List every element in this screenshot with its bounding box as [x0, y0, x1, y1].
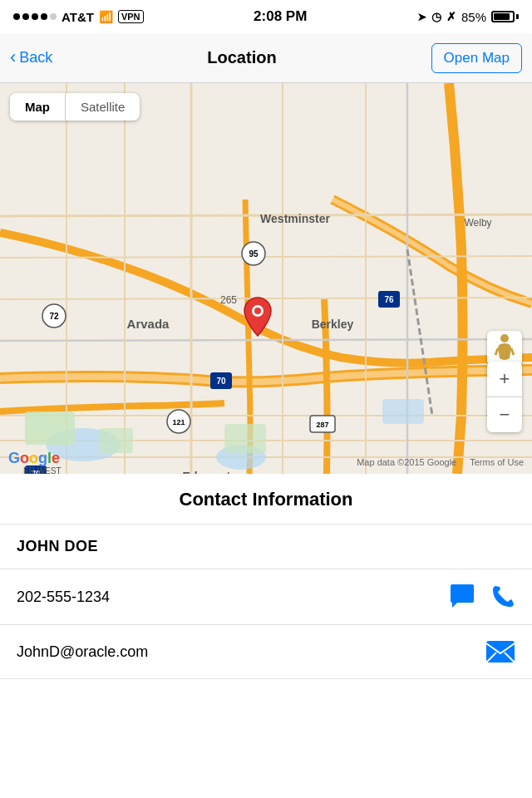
chevron-left-icon: ‹ — [10, 47, 16, 68]
svg-line-52 — [511, 348, 514, 355]
zoom-in-button[interactable]: + — [487, 362, 522, 397]
phone-actions — [449, 584, 515, 609]
zoom-out-button[interactable]: − — [487, 397, 522, 432]
back-button[interactable]: ‹ Back — [10, 47, 52, 68]
map-data-attribution: Map data ©2015 Google — [357, 457, 456, 467]
svg-rect-16 — [382, 399, 424, 424]
svg-text:Westminster: Westminster — [260, 212, 330, 225]
terms-of-use-link[interactable]: Terms of Use — [470, 457, 524, 467]
contact-phone-row: 202-555-1234 — [0, 569, 532, 625]
back-label: Back — [19, 49, 52, 66]
wifi-icon: 📶 — [99, 10, 113, 23]
contact-email-row: JohnD@oracle.com — [0, 625, 532, 679]
svg-text:72: 72 — [49, 312, 59, 321]
svg-text:121: 121 — [172, 418, 185, 426]
contact-section-title: Contact Information — [180, 489, 353, 510]
status-time: 2:08 PM — [254, 8, 307, 25]
google-logo: Google — [8, 450, 60, 467]
svg-text:Edgewater: Edgewater — [183, 470, 242, 474]
street-view-button[interactable] — [487, 331, 522, 366]
svg-text:287: 287 — [316, 421, 328, 429]
bluetooth-icon: ✗ — [446, 10, 456, 23]
status-right: ➤ ◷ ✗ 85% — [417, 10, 519, 24]
svg-text:265: 265 — [220, 294, 237, 306]
alarm-icon: ◷ — [431, 10, 441, 23]
contact-header: Contact Information — [0, 474, 532, 525]
svg-text:Welby: Welby — [464, 217, 491, 229]
email-actions — [485, 640, 515, 663]
call-button[interactable] — [490, 584, 515, 609]
message-icon — [449, 584, 475, 609]
contact-name: JOHN DOE — [17, 538, 98, 554]
email-button[interactable] — [485, 640, 515, 663]
battery-indicator — [491, 11, 519, 22]
map-view-button[interactable]: Map — [10, 93, 65, 121]
svg-text:95: 95 — [249, 249, 259, 259]
status-bar: AT&T 📶 VPN 2:08 PM ➤ ◷ ✗ 85% — [0, 0, 532, 33]
status-left: AT&T 📶 VPN — [13, 10, 144, 24]
phone-icon — [490, 584, 515, 609]
map-pin — [243, 296, 273, 341]
vpn-badge: VPN — [118, 10, 144, 23]
map-svg: 70 76 95 72 70 121 287 70 Westminster We… — [0, 83, 532, 474]
svg-text:ER WEST: ER WEST — [23, 466, 62, 474]
svg-text:70: 70 — [216, 377, 226, 386]
map-container[interactable]: 70 76 95 72 70 121 287 70 Westminster We… — [0, 83, 532, 474]
message-button[interactable] — [449, 584, 475, 609]
svg-rect-19 — [224, 424, 266, 453]
page-title: Location — [207, 48, 276, 67]
map-zoom-controls: + − — [487, 362, 522, 432]
email-icon — [485, 640, 515, 663]
svg-line-51 — [495, 348, 498, 355]
open-map-button[interactable]: Open Map — [431, 43, 522, 73]
map-type-toggle: Map Satellite — [10, 93, 140, 121]
carrier-label: AT&T — [62, 10, 94, 24]
svg-text:76: 76 — [384, 295, 394, 304]
svg-text:Arvada: Arvada — [127, 317, 170, 331]
svg-rect-17 — [25, 411, 75, 445]
contact-phone: 202-555-1234 — [17, 589, 110, 606]
svg-point-50 — [500, 334, 509, 342]
nav-bar: ‹ Back Location Open Map — [0, 33, 532, 83]
person-icon — [495, 333, 515, 363]
contact-email: JohnD@oracle.com — [17, 643, 148, 661]
signal-dots — [13, 13, 57, 20]
contact-name-row: JOHN DOE — [0, 525, 532, 569]
satellite-view-button[interactable]: Satellite — [66, 93, 140, 121]
battery-percent: 85% — [461, 10, 486, 24]
location-icon: ➤ — [417, 11, 426, 23]
map-attribution: Google Map data ©2015 Google Terms of Us… — [0, 450, 532, 467]
contact-section: Contact Information JOHN DOE 202-555-123… — [0, 474, 532, 679]
svg-point-54 — [254, 308, 261, 314]
svg-text:Berkley: Berkley — [312, 318, 354, 331]
